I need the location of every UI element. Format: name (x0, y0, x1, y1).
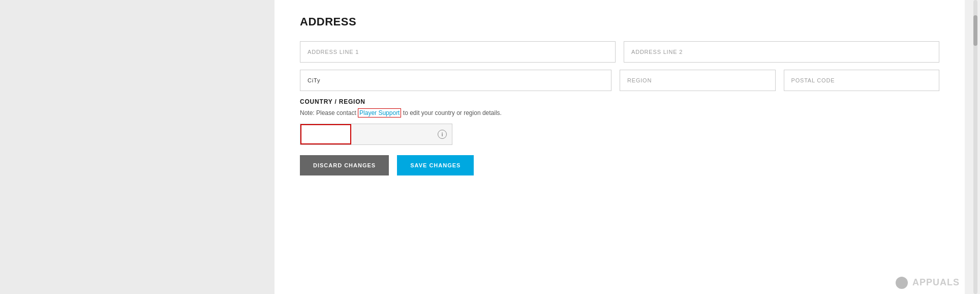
info-icon[interactable]: i (438, 130, 447, 139)
player-support-link[interactable]: Player Support (358, 108, 401, 117)
right-panel (965, 0, 980, 294)
appuals-icon (896, 277, 908, 289)
action-buttons: DISCARD CHANGES SAVE CHANGES (300, 155, 939, 175)
postal-code-input[interactable] (784, 70, 940, 91)
city-input[interactable] (300, 70, 611, 91)
section-title: ADDRESS (300, 15, 939, 28)
address-line-2-field (624, 41, 939, 63)
appuals-text: APPUALS (912, 277, 960, 287)
address-row-1 (300, 41, 939, 63)
postal-code-field (784, 70, 940, 91)
address-row-2 (300, 70, 939, 91)
country-dropdown[interactable]: i (300, 124, 452, 145)
save-changes-button[interactable]: SAVE CHANGES (397, 155, 474, 175)
left-panel (0, 0, 274, 294)
address-line-1-field (300, 41, 616, 63)
city-field (300, 70, 611, 91)
scrollbar-track (973, 0, 977, 294)
region-field (620, 70, 776, 91)
appuals-watermark: APPUALS (896, 277, 960, 289)
discard-changes-button[interactable]: DISCARD CHANGES (300, 155, 389, 175)
country-input-highlight[interactable] (300, 124, 351, 144)
country-note-suffix: to edit your country or region details. (401, 109, 501, 116)
country-note: Note: Please contact Player Support to e… (300, 108, 939, 117)
address-line-1-input[interactable] (300, 41, 616, 63)
country-display-value (351, 124, 452, 144)
address-line-2-input[interactable] (624, 41, 939, 63)
region-input[interactable] (620, 70, 776, 91)
main-content: ADDRESS COUNTRY / REGION Note: Please co… (274, 0, 965, 294)
country-label: COUNTRY / REGION (300, 98, 939, 105)
country-note-prefix: Note: Please contact (300, 109, 358, 116)
country-section: COUNTRY / REGION Note: Please contact Pl… (300, 98, 939, 145)
scrollbar-thumb[interactable] (973, 15, 977, 46)
